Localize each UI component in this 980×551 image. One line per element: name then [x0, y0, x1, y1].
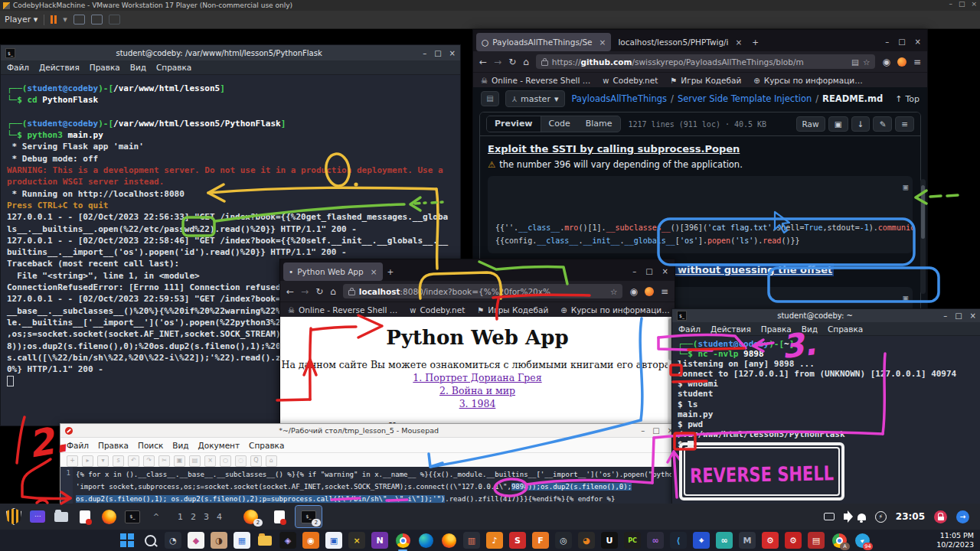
toolbar-icon[interactable]: ▸ — [82, 455, 93, 467]
minimize-button[interactable]: – — [632, 267, 636, 276]
notifications-icon[interactable] — [858, 514, 866, 520]
power-icon[interactable]: ⚡ — [875, 511, 887, 523]
vmware-close-button[interactable]: × — [971, 0, 977, 8]
app-menu-button[interactable]: ≡ — [913, 57, 921, 67]
music-app-icon[interactable]: ♪ — [486, 532, 503, 549]
windows-clock[interactable]: 11:05 PM 10/2/2023 — [936, 531, 974, 549]
show-windows-icon[interactable] — [824, 513, 835, 520]
toolbar-icon[interactable]: ✂ — [158, 455, 170, 467]
calendar-app-icon[interactable]: ▦ — [234, 532, 250, 549]
toolbar-icon[interactable]: ▾ — [97, 455, 109, 467]
toolbar-icon[interactable]: ⌂ — [266, 455, 277, 467]
menu-item[interactable]: Поиск — [138, 441, 163, 450]
menu-item[interactable]: Справка — [249, 441, 284, 450]
back-button[interactable]: ← — [479, 57, 487, 67]
toolbar-icon[interactable]: ◌ — [235, 455, 247, 467]
toolbar-icon[interactable]: ↷ — [143, 455, 155, 467]
firefox-account-icon[interactable] — [645, 287, 654, 296]
edit-icon[interactable]: ✎ — [873, 116, 892, 132]
firefox-window-button[interactable]: 2 — [237, 506, 263, 527]
pocket-icon[interactable]: ◉ — [629, 286, 637, 297]
new-tab-button[interactable]: + — [387, 267, 394, 276]
bookmark-courses[interactable]: ⊕Курсы по информаци… — [560, 305, 669, 315]
file-explorer-icon[interactable] — [256, 532, 273, 549]
tab-close-icon[interactable]: × — [371, 267, 377, 276]
workspace-1[interactable]: 1 — [175, 512, 185, 522]
download-icon[interactable]: ↓ — [851, 116, 871, 132]
kali-clock[interactable]: 23:05 — [896, 511, 925, 522]
lock-screen-icon[interactable] — [934, 510, 947, 523]
menu-item[interactable]: Справка — [828, 324, 863, 334]
new-tab-button[interactable]: + — [752, 37, 759, 47]
toolbar-icon[interactable]: ○ — [220, 455, 231, 467]
tab-code[interactable]: Code — [541, 116, 578, 132]
bookmark-star-icon[interactable]: ☆ — [610, 287, 617, 296]
blender-app-icon[interactable]: ◕ — [578, 532, 595, 549]
kali-menu-icon[interactable] — [5, 507, 23, 526]
start-button[interactable] — [119, 532, 136, 549]
url-bar[interactable]: localhost:8080/index?book={%%20for%20x% … — [343, 284, 623, 298]
bookmark-codeby[interactable]: wCodeby.net — [410, 305, 465, 315]
menu-item[interactable]: Файл — [7, 63, 29, 72]
menu-item[interactable]: Файл — [678, 324, 701, 334]
menu-item[interactable]: Правка — [761, 324, 792, 334]
falcon-app-icon[interactable]: M — [739, 532, 756, 549]
firefox-account-icon[interactable] — [897, 57, 906, 67]
logout-icon[interactable]: → — [956, 510, 969, 523]
toolbar-icon[interactable]: Q — [250, 455, 262, 467]
workspace-4[interactable]: 4 — [214, 512, 224, 522]
tab-localhost-phptwig[interactable]: localhost/lesson5/PHPTwig/i × — [612, 33, 747, 51]
toolbar-icon[interactable]: ↶ — [128, 455, 139, 467]
chrome-browser-icon[interactable] — [394, 532, 411, 549]
forward-button[interactable]: → — [494, 57, 501, 67]
virtualbox-app-icon[interactable]: ▣ — [325, 532, 342, 549]
panel-chevron-icon[interactable]: ^ — [147, 507, 165, 526]
toolbar-icon[interactable]: × — [204, 455, 216, 467]
toolbar-icon[interactable]: + — [67, 455, 78, 467]
minimize-button[interactable]: – — [943, 311, 947, 320]
unreal-app-icon[interactable]: U — [601, 532, 618, 549]
close-button[interactable]: × — [970, 311, 976, 320]
copy-code-icon[interactable]: ▣ — [903, 181, 908, 194]
bookmark-star-icon[interactable]: ☆ — [863, 57, 870, 67]
obsidian-app-icon[interactable]: ◈ — [279, 532, 296, 549]
text-editor-icon[interactable] — [76, 507, 94, 526]
close-button[interactable]: × — [915, 37, 921, 46]
app-menu-button[interactable]: ≡ — [661, 286, 668, 297]
copy-raw-icon[interactable]: ▣ — [828, 116, 848, 132]
branch-selector[interactable]: Y master ▾ — [505, 90, 565, 107]
bookmark-codeby[interactable]: wCodeby.net — [603, 76, 658, 85]
menu-item[interactable]: Вид — [130, 63, 146, 72]
back-button[interactable]: ← — [286, 286, 294, 297]
yellow-arrows-app-icon[interactable]: × — [348, 532, 365, 549]
lens-app-icon[interactable]: ◎ — [555, 532, 572, 549]
back-to-top-link[interactable]: ↑Top — [895, 94, 920, 104]
red-gear-app-icon-1[interactable]: ⚙ — [762, 532, 779, 549]
red-gear-app-icon-2[interactable]: ⚙ — [785, 532, 802, 549]
panel-app-icon[interactable]: ▥ — [463, 532, 480, 549]
forward-button[interactable]: → — [301, 286, 309, 297]
outline-icon[interactable]: ≡ — [895, 116, 914, 132]
search-button[interactable] — [142, 532, 158, 549]
terminal-window-button[interactable]: $_2 — [296, 506, 322, 527]
vscode-app-icon[interactable]: ⟨ — [670, 532, 687, 549]
bookmark-reverse-shell[interactable]: ☠Online - Reverse Shell … — [481, 76, 590, 85]
workspace-2[interactable]: 2 — [188, 512, 198, 522]
terminal-nc-titlebar[interactable]: $_ student@codeby: ~ – □ × — [672, 309, 980, 322]
portrait-app-icon[interactable]: ◑ — [211, 532, 227, 549]
menu-item[interactable]: Действия — [710, 324, 751, 334]
home-button[interactable]: ⌂ — [523, 57, 529, 67]
maximize-button[interactable]: □ — [898, 37, 905, 46]
fullscreen-icon[interactable] — [91, 15, 103, 24]
ctrl-alt-del-icon[interactable] — [74, 15, 85, 24]
tab-payloadsallthethings[interactable]: ○ PayloadsAllTheThings/Se × — [476, 33, 611, 51]
edge-browser-icon[interactable] — [417, 532, 434, 549]
book-link[interactable]: 1. Портрет Дориана Грея — [280, 372, 675, 383]
file-manager-icon[interactable] — [52, 507, 70, 526]
bookmark-games[interactable]: ⚑Игры Кодебай — [670, 76, 741, 85]
tab-python-web-app[interactable]: • Python Web App × — [283, 262, 383, 281]
pocket-icon[interactable]: ◉ — [882, 57, 890, 67]
tab-close-icon[interactable]: × — [599, 37, 606, 47]
menu-item[interactable]: Справка — [156, 63, 191, 72]
minimize-button[interactable]: – — [641, 426, 645, 435]
